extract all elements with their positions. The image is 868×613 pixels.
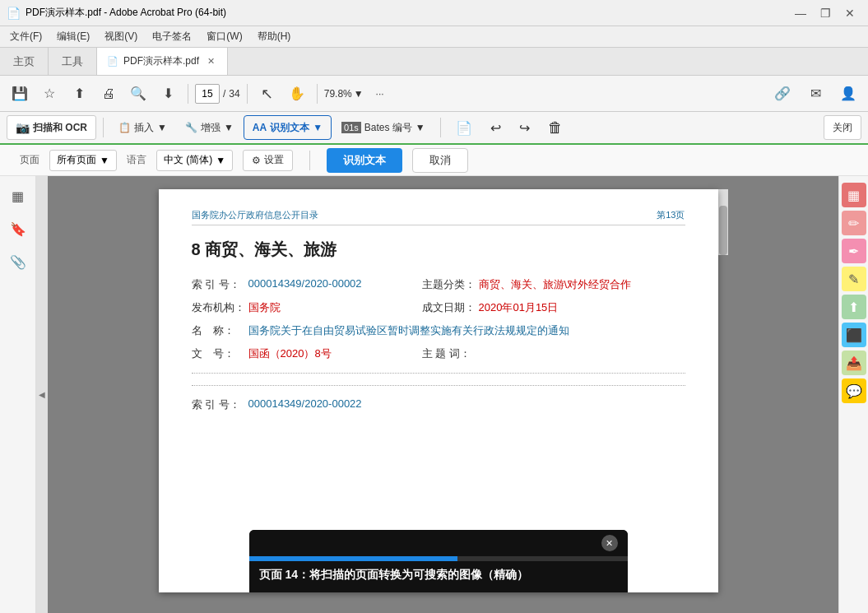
identify-btn[interactable]: 识别文本 [327,148,402,173]
comment-btn[interactable]: ✎ [842,267,866,291]
index2-label: 索 引 号： [192,397,245,412]
cancel-btn[interactable]: 取消 [412,148,468,173]
close-ocr-button[interactable]: 关闭 [824,115,861,140]
category-value: 商贸、海关、旅游\对外经贸合作 [479,277,632,292]
pdf-header-right: 第13页 [657,209,685,221]
hand-tool-button[interactable]: ✋ [284,81,310,107]
redo-button[interactable]: ↪ [511,115,538,140]
pdf-docnum-row: 文 号： 国函（2020）8号 主 题 词： [192,346,685,361]
menu-window[interactable]: 窗口(W) [200,28,248,45]
lang-select-arrow: ▼ [216,155,225,166]
zoom-value: 79.8% [324,88,352,100]
window-title: PDF演示样本.pdf - Adobe Acrobat Pro (64-bit) [26,6,226,20]
sub-toolbar: 页面 所有页面 ▼ 语言 中文 (简体) ▼ ⚙ 设置 识别文本 取消 [0,145,868,176]
attachments-button[interactable]: 📎 [5,248,31,275]
page-input[interactable] [195,84,220,104]
subject-label: 主 题 词： [422,346,476,361]
bates-dropdown-icon: ▼ [415,122,425,133]
scan-ocr-button[interactable]: 📷 扫描和 OCR [7,115,96,140]
title-bar: 📄 PDF演示样本.pdf - Adobe Acrobat Pro (64-bi… [0,0,868,26]
menu-edit[interactable]: 编辑(E) [50,28,96,45]
separator-1 [188,84,188,104]
more-button[interactable]: ··· [367,81,393,107]
separator-3 [317,84,318,104]
pdf-fields-2: 发布机构： 国务院 成文日期： 2020年01月15日 [192,300,685,315]
fill-sign-btn[interactable]: ✒ [842,239,866,263]
email-button[interactable]: ✉ [802,81,829,107]
tab-tools[interactable]: 工具 [49,48,97,75]
thumbnails-button[interactable]: ▦ [5,183,31,209]
redact-btn[interactable]: ⬛ [842,323,866,347]
bookmarks-button[interactable]: 🔖 [5,216,31,242]
share-btn[interactable]: 📤 [842,351,866,375]
name-label: 名 称： [192,323,245,338]
menu-file[interactable]: 文件(F) [3,28,49,45]
pdf-field-category: 主题分类： 商贸、海关、旅游\对外经贸合作 [422,277,632,292]
tab-pdf[interactable]: 📄 PDF演示样本.pdf ✕ [97,48,228,75]
scroll-bar[interactable] [718,189,728,255]
pdf-viewer: 国务院办公厅政府信息公开目录 第13页 8 商贸、海关、旅游 索 引 号： 00… [48,176,838,613]
account-button[interactable]: 👤 [835,81,861,107]
menu-view[interactable]: 视图(V) [98,28,144,45]
sub-sep [309,151,310,170]
tab-home[interactable]: 主页 [0,48,49,75]
pdf-field-date: 成文日期： 2020年01月15日 [422,300,620,315]
notif-message: 页面 14：将扫描的页面转换为可搜索的图像（精确） [249,561,628,592]
right-panel: ▦ ✏ ✒ ✎ ⬆ ⬛ 📤 💬 [838,176,868,613]
export-btn[interactable]: ⬆ [842,295,866,319]
tab-close-button[interactable]: ✕ [204,55,217,68]
page-total: 34 [229,88,239,100]
pdf-dotted-sep [192,373,685,374]
left-panel-collapse[interactable]: ◀ [36,176,48,613]
toolbar: 💾 ☆ ⬆ 🖨 🔍 ⬇ / 34 ↖ ✋ 79.8% ▼ ··· 🔗 ✉ 👤 [0,76,868,112]
redact-icon: ⬛ [846,327,862,343]
left-panel: ▦ 🔖 📎 [0,176,36,613]
cursor-tool-button[interactable]: ↖ [254,81,281,107]
bates-button[interactable]: 01s Bates 编号 ▼ [333,115,434,140]
delete-button[interactable]: 🗑 [540,115,571,140]
pdf-header-left: 国务院办公厅政府信息公开目录 [192,209,318,221]
download-button[interactable]: ⬇ [155,81,181,107]
zoom-in-button[interactable]: 🔍 [125,81,151,107]
minimize-button[interactable]: — [789,3,812,23]
organize-pages-btn[interactable]: ▦ [842,183,866,207]
date-label: 成文日期： [422,300,476,315]
pdf-dotted-sep-2 [192,385,685,386]
toolbar-right: 🔗 ✉ 👤 [769,81,861,107]
redact-icon-btn[interactable]: 📄 [448,115,480,140]
maximize-button[interactable]: ❐ [814,3,837,23]
identify-dropdown-icon: ▼ [313,122,323,133]
bates-icon: 01s [341,122,361,133]
pdf-field-index2: 索 引 号： 000014349/2020-00022 [192,397,389,412]
menu-sign[interactable]: 电子签名 [146,28,198,45]
page-select[interactable]: 所有页面 ▼ [49,150,117,171]
page-separator: / [223,88,225,100]
identify-text-button[interactable]: AA 识别文本 ▼ [244,115,332,140]
app-icon: 📄 [7,7,21,20]
upload-button[interactable]: ⬆ [66,81,92,107]
insert-button[interactable]: 📋 插入 ▼ [110,115,175,140]
undo-button[interactable]: ↩ [482,115,509,140]
organize-icon: ▦ [847,188,860,203]
bookmark-button[interactable]: ☆ [36,81,63,107]
link-button[interactable]: 🔗 [769,81,796,107]
text-icon: AA [253,122,267,133]
notif-close-button[interactable]: ✕ [601,535,618,551]
enhance-button[interactable]: 🔧 增强 ▼ [177,115,242,140]
ocr-sep-1 [103,118,104,137]
edit-pdf-btn[interactable]: ✏ [842,211,866,235]
lang-select[interactable]: 中文 (简体) ▼ [156,150,233,171]
close-window-button[interactable]: ✕ [838,3,861,23]
pdf-name-row: 名 称： 国务院关于在自由贸易试验区暂时调整实施有关行政法规规定的通知 [192,323,685,338]
insert-icon: 📋 [118,122,131,133]
print-button[interactable]: 🖨 [95,81,122,107]
chat-btn[interactable]: 💬 [842,378,866,403]
settings-icon: ⚙ [252,155,261,166]
save-button[interactable]: 💾 [7,81,33,107]
settings-btn[interactable]: ⚙ 设置 [243,150,293,171]
lang-label: 语言 [127,153,146,167]
menu-help[interactable]: 帮助(H) [251,28,298,45]
zoom-dropdown-icon[interactable]: ▼ [354,88,364,100]
scroll-thumb[interactable] [719,206,727,255]
category-label: 主题分类： [422,277,476,292]
